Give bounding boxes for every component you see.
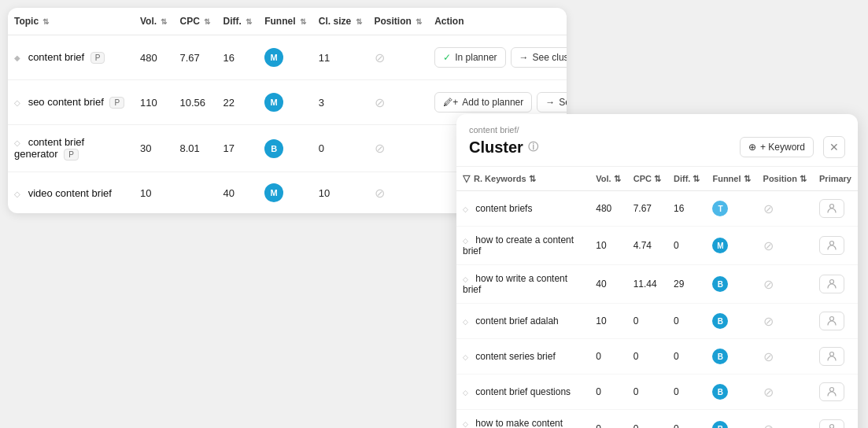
primary-button[interactable] bbox=[819, 419, 844, 428]
no-position-icon: ⊘ bbox=[375, 96, 385, 109]
diamond-icon: ◇ bbox=[14, 98, 20, 107]
sort-icon-clsize[interactable]: ⇅ bbox=[356, 17, 362, 26]
funnel-cell: T bbox=[706, 191, 756, 227]
position-cell: ⊘ bbox=[368, 80, 429, 125]
diff-cell: 0 bbox=[667, 227, 706, 265]
cpc-cell: 7.67 bbox=[173, 35, 216, 80]
funnel-badge: B bbox=[712, 421, 728, 428]
no-position-icon: ⊘ bbox=[763, 315, 774, 328]
col-header-topic: Topic ⇅ bbox=[8, 8, 134, 35]
no-position-icon: ⊘ bbox=[763, 422, 774, 429]
cpc-cell: 7.67 bbox=[627, 191, 667, 227]
person-icon bbox=[826, 315, 837, 327]
diamond-icon: ◇ bbox=[14, 190, 20, 198]
primary-cell bbox=[813, 304, 858, 339]
sort-icon-topic[interactable]: ⇅ bbox=[42, 17, 49, 26]
cpc-cell: 0 bbox=[627, 374, 667, 410]
position-cell: ⊘ bbox=[757, 374, 813, 410]
svg-point-3 bbox=[830, 317, 834, 321]
primary-button[interactable] bbox=[819, 382, 844, 401]
cpc-cell: 10.56 bbox=[173, 80, 216, 125]
diamond-icon: ◇ bbox=[463, 420, 468, 428]
svg-point-6 bbox=[830, 425, 834, 429]
sort-icon-vol[interactable]: ⇅ bbox=[161, 17, 167, 26]
cpc-cell bbox=[173, 172, 216, 214]
diamond-icon: ◇ bbox=[14, 138, 20, 147]
sort-icon-diff[interactable]: ⇅ bbox=[693, 174, 700, 183]
see-cluster-button[interactable]: → See cluster bbox=[537, 92, 567, 113]
vol-cell: 10 bbox=[134, 172, 173, 214]
position-cell: ⊘ bbox=[757, 304, 813, 339]
position-cell: ⊘ bbox=[757, 227, 813, 265]
sort-icon-cpc[interactable]: ⇅ bbox=[654, 174, 661, 183]
vol-cell: 110 bbox=[134, 80, 173, 125]
close-cluster-button[interactable]: ✕ bbox=[823, 136, 845, 158]
col-header-vol: Vol. ⇅ bbox=[589, 167, 626, 191]
cluster-panel: content brief/ Cluster ⓘ ⊕ + Keyword ✕ ▽… bbox=[456, 114, 858, 428]
primary-button[interactable] bbox=[819, 312, 844, 330]
position-cell: ⊘ bbox=[368, 35, 429, 80]
primary-cell bbox=[813, 410, 858, 429]
vol-cell: 30 bbox=[134, 125, 173, 172]
position-cell: ⊘ bbox=[368, 125, 429, 172]
diff-cell: 0 bbox=[667, 304, 706, 339]
col-header-diff: Diff. ⇅ bbox=[216, 8, 258, 35]
in-planner-button[interactable]: ✓ In planner bbox=[434, 47, 505, 68]
sort-icon-funnel[interactable]: ⇅ bbox=[744, 174, 751, 183]
topic-cell: ◇ seo content brief P bbox=[8, 80, 134, 125]
arrow-icon: → bbox=[519, 52, 529, 63]
topic-cell: ◇ content brief generator P bbox=[8, 125, 134, 172]
primary-button[interactable] bbox=[819, 199, 844, 218]
vol-cell: 10 bbox=[589, 227, 626, 265]
diff-cell: 0 bbox=[667, 339, 706, 374]
sort-icon-position[interactable]: ⇅ bbox=[800, 174, 807, 183]
clsize-cell: 0 bbox=[312, 125, 368, 172]
keyword-text: content series brief bbox=[475, 351, 555, 362]
primary-cell bbox=[813, 374, 858, 410]
col-header-keyword: ▽ R. Keywords ⇅ bbox=[456, 167, 589, 191]
person-icon bbox=[826, 279, 837, 290]
sort-icon-keyword[interactable]: ⇅ bbox=[529, 174, 536, 183]
no-position-icon: ⊘ bbox=[375, 142, 385, 155]
diff-cell: 17 bbox=[216, 125, 258, 172]
sort-icon-position[interactable]: ⇅ bbox=[416, 17, 422, 26]
add-to-planner-button[interactable]: 🖉+ Add to planner bbox=[434, 92, 532, 113]
no-position-icon: ⊘ bbox=[763, 350, 774, 363]
table-row: ◆ content brief P 480 7.67 16 M 11 ⊘ ✓ I… bbox=[8, 35, 567, 80]
keyword-cell: ◇ content brief questions bbox=[456, 374, 589, 410]
primary-button[interactable] bbox=[819, 236, 844, 255]
funnel-badge: M bbox=[264, 93, 283, 112]
funnel-cell: B bbox=[706, 265, 756, 304]
arrow-icon: → bbox=[545, 97, 555, 108]
funnel-cell: B bbox=[258, 125, 312, 172]
sort-icon-funnel[interactable]: ⇅ bbox=[300, 17, 306, 26]
info-icon[interactable]: ⓘ bbox=[528, 140, 538, 154]
cpc-cell: 4.74 bbox=[627, 227, 667, 265]
plus-circle-icon: ⊕ bbox=[748, 142, 756, 153]
diamond-icon: ◇ bbox=[463, 237, 468, 245]
keyword-text: how to create a content brief bbox=[463, 234, 574, 256]
primary-button[interactable] bbox=[819, 275, 844, 293]
list-item: ◇ content brief adalah 10 0 0 B ⊘ bbox=[456, 304, 858, 339]
sort-icon-cpc[interactable]: ⇅ bbox=[204, 17, 210, 26]
keyword-cell: ◇ how to write a content brief bbox=[456, 265, 589, 304]
vol-cell: 40 bbox=[589, 265, 626, 304]
no-position-icon: ⊘ bbox=[763, 386, 774, 399]
position-cell: ⊘ bbox=[757, 265, 813, 304]
primary-cell bbox=[813, 265, 858, 304]
keyword-cell: ◇ how to make content brief bbox=[456, 410, 589, 429]
keyword-cell: ◇ content briefs bbox=[456, 191, 589, 227]
filter-icon[interactable]: ▽ bbox=[463, 173, 470, 184]
vol-cell: 0 bbox=[589, 410, 626, 429]
cpc-cell: 0 bbox=[627, 410, 667, 429]
list-item: ◇ content briefs 480 7.67 16 T ⊘ bbox=[456, 191, 858, 227]
sort-icon-diff[interactable]: ⇅ bbox=[246, 17, 252, 26]
sort-icon-vol[interactable]: ⇅ bbox=[614, 174, 621, 183]
no-position-icon: ⊘ bbox=[763, 278, 774, 291]
person-icon bbox=[826, 351, 837, 362]
keyword-cell: ◇ content brief adalah bbox=[456, 304, 589, 339]
see-cluster-button[interactable]: → See cluster bbox=[511, 47, 567, 68]
add-keyword-button[interactable]: ⊕ + Keyword bbox=[740, 137, 814, 157]
cpc-cell: 0 bbox=[627, 304, 667, 339]
primary-button[interactable] bbox=[819, 347, 844, 366]
